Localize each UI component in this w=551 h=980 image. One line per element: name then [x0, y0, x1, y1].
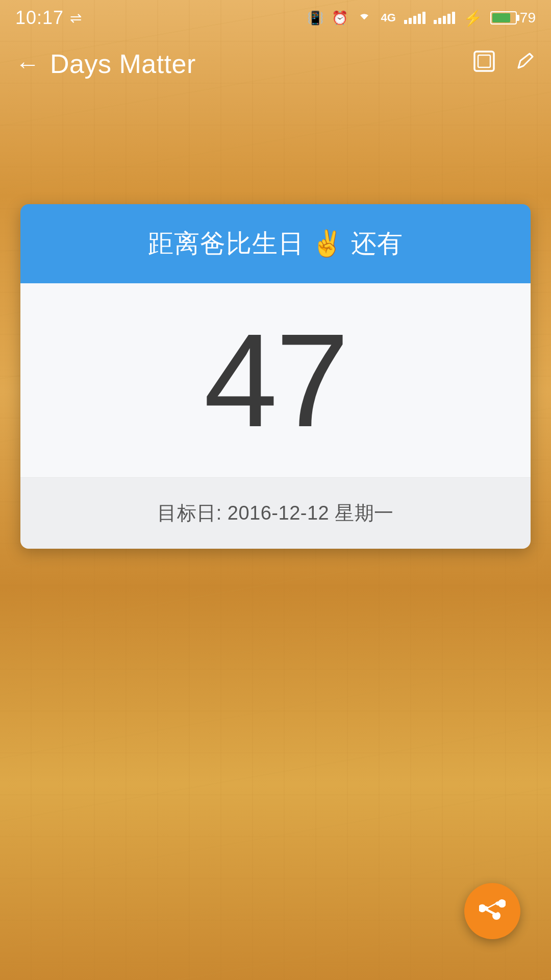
app-bar-left: ← Days Matter: [15, 48, 196, 79]
app-bar-right: [472, 50, 536, 79]
card-footer-text: 目标日: 2016-12-12 星期一: [157, 502, 394, 524]
4g-icon: 4G: [381, 11, 395, 24]
vibrate-icon: 📳: [307, 10, 323, 26]
svg-rect-0: [474, 52, 494, 71]
status-time: 10:17: [15, 7, 64, 29]
app-title: Days Matter: [50, 48, 196, 79]
app-bar: ← Days Matter: [0, 36, 551, 92]
signal-bars-2: [434, 12, 455, 24]
card-header: 距离爸比生日 ✌ 还有: [20, 204, 531, 283]
card-body: 47: [20, 283, 531, 478]
card-footer: 目标日: 2016-12-12 星期一: [20, 478, 531, 549]
days-number: 47: [204, 306, 347, 454]
status-right: 📳 ⏰ 4G ⚡ 79: [307, 9, 536, 27]
battery-fill: [492, 13, 510, 22]
svg-rect-1: [478, 55, 490, 67]
main-content: 距离爸比生日 ✌ 还有 47 目标日: 2016-12-12 星期一: [0, 204, 551, 549]
alarm-icon: ⏰: [332, 10, 348, 26]
battery-icon: [490, 11, 517, 24]
share-icon: [479, 895, 506, 927]
status-bar: 10:17 ⇌ 📳 ⏰ 4G ⚡: [0, 0, 551, 36]
stamp-icon[interactable]: [472, 50, 496, 79]
status-left: 10:17 ⇌: [15, 7, 82, 29]
signal-bars-1: [404, 12, 425, 24]
back-button[interactable]: ←: [15, 50, 40, 78]
days-card: 距离爸比生日 ✌ 还有 47 目标日: 2016-12-12 星期一: [20, 204, 531, 549]
wifi-icon: [356, 10, 372, 26]
usb-icon: ⇌: [70, 10, 82, 27]
card-header-text: 距离爸比生日 ✌ 还有: [148, 229, 404, 258]
bolt-icon: ⚡: [463, 9, 482, 27]
edit-icon[interactable]: [514, 51, 536, 77]
battery-container: 79: [490, 10, 536, 26]
battery-percentage: 79: [520, 10, 536, 26]
share-fab[interactable]: [464, 883, 520, 939]
